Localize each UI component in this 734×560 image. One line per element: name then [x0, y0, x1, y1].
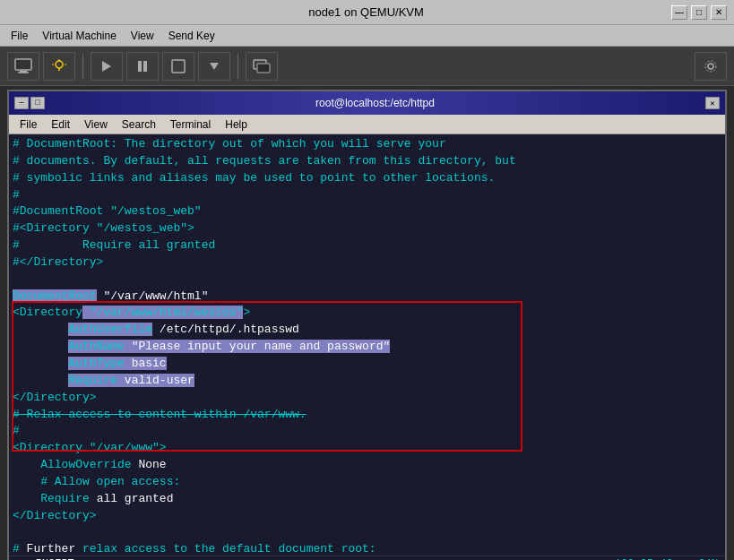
terminal-title: root@localhost:/etc/httpd — [45, 97, 705, 109]
svg-rect-14 — [257, 64, 270, 73]
terminal-win-controls: — □ — [14, 97, 45, 109]
terminal-menu-edit[interactable]: Edit — [44, 117, 77, 132]
terminal-close-controls: ✕ — [705, 97, 720, 109]
terminal-close-button[interactable]: ✕ — [705, 97, 720, 109]
maximize-button[interactable]: □ — [691, 5, 707, 20]
terminal-content[interactable]: # DocumentRoot: The directory out of whi… — [9, 134, 725, 560]
svg-point-3 — [56, 61, 63, 68]
close-button[interactable]: ✕ — [711, 5, 727, 20]
svg-point-16 — [705, 61, 716, 72]
menu-virtual-machine[interactable]: Virtual Machine — [35, 28, 124, 44]
vm-button[interactable] — [246, 52, 278, 81]
svg-point-15 — [708, 64, 713, 69]
monitor-button[interactable] — [7, 52, 39, 81]
terminal-window: — □ root@localhost:/etc/httpd ✕ File Edi… — [7, 90, 727, 560]
terminal-menu-help[interactable]: Help — [218, 117, 255, 132]
minimize-button[interactable]: — — [671, 5, 687, 20]
terminal-menu-terminal[interactable]: Terminal — [163, 117, 218, 132]
app-menu-bar: File Virtual Machine View Send Key — [0, 25, 734, 47]
title-bar: node1 on QEMU/KVM — □ ✕ — [0, 0, 734, 25]
terminal-title-bar: — □ root@localhost:/etc/httpd ✕ — [9, 91, 725, 115]
svg-marker-12 — [210, 63, 219, 70]
toolbar-sep-1 — [82, 54, 83, 79]
window-controls: — □ ✕ — [671, 5, 727, 20]
terminal-menu-file[interactable]: File — [13, 117, 44, 132]
svg-marker-8 — [102, 61, 111, 72]
svg-rect-9 — [138, 61, 142, 72]
svg-rect-10 — [143, 61, 147, 72]
menu-send-key[interactable]: Send Key — [161, 28, 222, 44]
svg-rect-0 — [15, 59, 31, 70]
window-title: node1 on QEMU/KVM — [61, 5, 671, 19]
vim-status-bar: -- INSERT -- 129,35:42 34% — [9, 556, 725, 560]
terminal-menu-bar: File Edit View Search Terminal Help — [9, 115, 725, 134]
toolbar — [0, 47, 734, 86]
terminal-menu-view[interactable]: View — [77, 117, 115, 132]
settings-button[interactable] — [695, 52, 727, 81]
menu-view[interactable]: View — [124, 28, 161, 44]
bulb-button[interactable] — [43, 52, 75, 81]
terminal-maximize-button[interactable]: □ — [30, 97, 45, 109]
pause-button[interactable] — [126, 52, 159, 81]
toolbar-sep-2 — [237, 54, 238, 79]
dropdown-button[interactable] — [198, 52, 230, 81]
terminal-menu-search[interactable]: Search — [115, 117, 163, 132]
screen-button[interactable] — [162, 52, 194, 81]
terminal-minimize-button[interactable]: — — [14, 97, 29, 109]
play-button[interactable] — [91, 52, 123, 81]
menu-file[interactable]: File — [4, 28, 35, 44]
code-display: # DocumentRoot: The directory out of whi… — [13, 136, 721, 558]
svg-rect-11 — [172, 60, 185, 73]
